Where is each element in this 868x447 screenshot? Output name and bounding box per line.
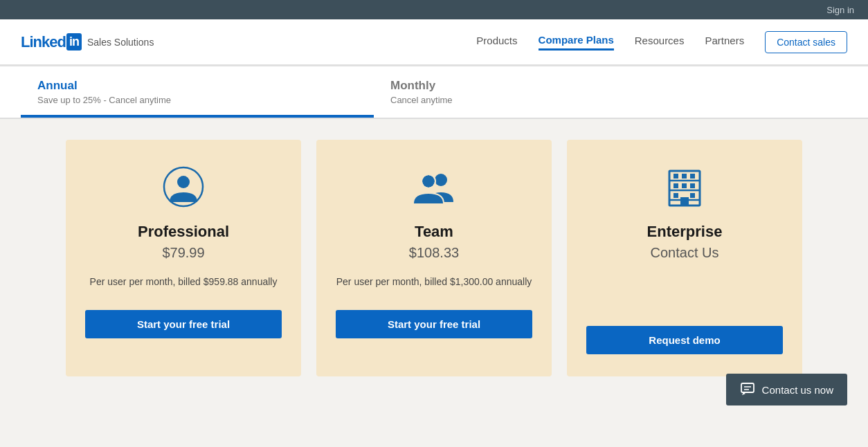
svg-rect-17 — [690, 193, 695, 198]
brand: Linkedin Sales Solutions — [21, 33, 154, 51]
chat-icon — [740, 382, 755, 397]
enterprise-icon — [664, 165, 705, 209]
card-enterprise: Enterprise Contact Us Request demo — [567, 140, 802, 376]
logo-in: in — [66, 33, 82, 51]
svg-rect-16 — [673, 193, 678, 198]
professional-cta-button[interactable]: Start your free trial — [85, 310, 282, 338]
logo-text: Linked — [21, 33, 66, 51]
professional-desc: Per user per month, billed $959.88 annua… — [90, 275, 278, 289]
tab-annual-subtitle: Save up to 25% - Cancel anytime — [37, 95, 357, 105]
team-cta-button[interactable]: Start your free trial — [336, 310, 532, 338]
tooltip-label: Contact us now — [762, 384, 833, 396]
brand-tagline: Sales Solutions — [87, 37, 154, 48]
professional-price: $79.99 — [162, 245, 204, 261]
team-icon — [409, 165, 459, 209]
team-name: Team — [415, 223, 453, 241]
enterprise-name: Enterprise — [647, 223, 723, 241]
nav-resources[interactable]: Resources — [635, 35, 685, 49]
billing-tabs: Annual Save up to 25% - Cancel anytime M… — [0, 66, 868, 119]
contact-sales-button[interactable]: Contact sales — [765, 31, 847, 53]
tab-annual-title: Annual — [37, 79, 357, 93]
svg-rect-12 — [690, 174, 695, 179]
card-professional: Professional $79.99 Per user per month, … — [66, 140, 301, 376]
card-team: Team $108.33 Per user per month, billed … — [316, 140, 552, 376]
top-bar: Sign in — [0, 0, 868, 19]
svg-point-1 — [177, 176, 190, 188]
tab-monthly-subtitle: Cancel anytime — [390, 95, 710, 105]
tab-monthly[interactable]: Monthly Cancel anytime — [374, 66, 727, 118]
svg-rect-15 — [690, 183, 695, 188]
team-price: $108.33 — [409, 245, 459, 261]
contact-tooltip[interactable]: Contact us now — [726, 374, 847, 405]
professional-icon — [163, 165, 204, 209]
nav-products[interactable]: Products — [476, 35, 517, 49]
professional-name: Professional — [138, 223, 229, 241]
svg-rect-19 — [741, 383, 754, 392]
enterprise-cta-button[interactable]: Request demo — [586, 326, 783, 354]
tab-monthly-title: Monthly — [390, 79, 710, 93]
svg-rect-14 — [682, 183, 687, 188]
svg-rect-13 — [673, 183, 678, 188]
main-nav: Linkedin Sales Solutions Products Compar… — [0, 19, 868, 66]
team-desc: Per user per month, billed $1,300.00 ann… — [336, 275, 532, 289]
nav-partners[interactable]: Partners — [705, 35, 744, 49]
nav-compare-plans[interactable]: Compare Plans — [539, 34, 614, 51]
svg-point-4 — [422, 175, 435, 188]
enterprise-price: Contact Us — [651, 245, 719, 261]
svg-rect-11 — [682, 174, 687, 179]
svg-rect-18 — [680, 197, 689, 206]
tab-annual[interactable]: Annual Save up to 25% - Cancel anytime — [21, 66, 374, 118]
pricing-cards: Professional $79.99 Per user per month, … — [42, 140, 826, 376]
nav-links: Products Compare Plans Resources Partner… — [476, 31, 847, 53]
linkedin-logo: Linkedin — [21, 33, 82, 51]
svg-point-2 — [435, 174, 447, 186]
signin-link[interactable]: Sign in — [826, 5, 854, 15]
svg-rect-10 — [673, 174, 678, 179]
